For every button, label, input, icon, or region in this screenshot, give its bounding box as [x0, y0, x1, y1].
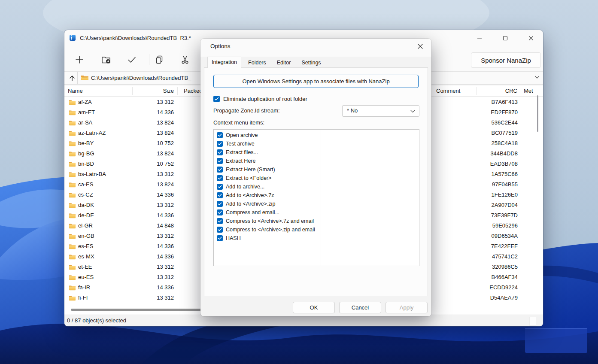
associate-files-button[interactable]: Open Windows Settings app to associate f…	[213, 75, 419, 88]
propagate-zone-dropdown[interactable]: * No	[342, 105, 419, 117]
checkbox-checked-icon[interactable]	[217, 209, 223, 215]
file-size: 13 312	[122, 99, 174, 105]
file-size: 10 752	[122, 161, 174, 167]
cancel-button[interactable]: Cancel	[339, 302, 381, 313]
checkbox-checked-icon[interactable]	[217, 167, 223, 173]
dialog-title-bar[interactable]	[200, 39, 431, 57]
column-separator[interactable]	[521, 87, 521, 95]
folder-icon	[69, 151, 76, 157]
minimize-button[interactable]	[472, 33, 487, 43]
tab-folders[interactable]: Folders	[244, 58, 270, 68]
cut-button[interactable]	[179, 54, 191, 65]
file-name[interactable]: ca-ES	[78, 181, 93, 188]
file-name[interactable]: es-ES	[78, 243, 93, 249]
checkbox-checked-icon[interactable]	[217, 175, 223, 181]
file-crc: B466AF34	[466, 274, 518, 280]
context-menu-item[interactable]: Compress to <Archive>.zip and email	[214, 225, 419, 234]
context-menu-item[interactable]: Extract Here	[214, 157, 419, 165]
file-name[interactable]: az-Latn-AZ	[78, 130, 106, 136]
file-name[interactable]: es-MX	[78, 253, 94, 260]
eliminate-duplication-checkbox[interactable]: Eliminate duplication of root folder	[213, 96, 307, 102]
address-path[interactable]: C:\Users\panki\Downloads\RoundedTB_	[91, 75, 191, 81]
checkbox-checked-icon[interactable]	[217, 132, 223, 138]
column-crc[interactable]: CRC	[466, 88, 517, 94]
context-menu-item[interactable]: HASH	[214, 234, 419, 243]
context-menu-item[interactable]: Extract to <Folder>	[214, 174, 419, 182]
checkbox-checked-icon[interactable]	[217, 227, 223, 233]
status-separator	[159, 315, 159, 326]
file-size: 13 824	[122, 150, 174, 157]
folder-icon	[69, 243, 76, 249]
column-comment[interactable]: Comment	[436, 88, 460, 94]
file-name[interactable]: am-ET	[78, 109, 95, 115]
context-item-label: Add to <Archive>.7z	[226, 192, 274, 198]
context-menu-item[interactable]: Add to <Archive>.zip	[214, 200, 419, 208]
sponsor-nanazip-button[interactable]: Sponsor NanaZip	[471, 52, 541, 68]
file-name[interactable]: el-GR	[78, 222, 93, 229]
file-name[interactable]: et-EE	[78, 264, 92, 270]
checkbox-checked-icon[interactable]	[217, 141, 223, 147]
tab-settings[interactable]: Settings	[297, 58, 325, 68]
dialog-close-icon[interactable]	[415, 41, 426, 52]
checkbox-checked-icon[interactable]	[213, 96, 220, 102]
file-size: 14 848	[122, 222, 174, 229]
column-packed[interactable]: Packed	[184, 88, 202, 94]
file-name[interactable]: af-ZA	[78, 99, 92, 105]
close-button[interactable]	[524, 33, 538, 43]
status-panel	[529, 317, 536, 326]
checkbox-checked-icon[interactable]	[217, 235, 223, 241]
up-arrow-button[interactable]	[67, 73, 77, 83]
file-name[interactable]: en-GB	[78, 233, 94, 239]
vertical-scrollbar-thumb[interactable]	[537, 95, 538, 132]
checkbox-checked-icon[interactable]	[217, 192, 223, 198]
column-size[interactable]: Size	[122, 88, 174, 94]
checkbox-checked-icon[interactable]	[217, 149, 223, 155]
file-name[interactable]: be-BY	[78, 140, 94, 146]
context-menu-item[interactable]: Add to <Archive>.7z	[214, 191, 419, 200]
checkbox-checked-icon[interactable]	[217, 158, 223, 164]
file-crc: 344B4DD8	[466, 150, 518, 157]
file-name[interactable]: ar-SA	[78, 119, 92, 126]
context-menu-item[interactable]: Extract Here (Smart)	[214, 165, 419, 174]
file-name[interactable]: da-DK	[78, 202, 94, 208]
file-name[interactable]: bg-BG	[78, 150, 94, 157]
file-crc: ECDD9224	[466, 284, 518, 291]
tab-integration[interactable]: Integration	[207, 57, 241, 68]
checkbox-checked-icon[interactable]	[217, 201, 223, 207]
file-name[interactable]: de-DE	[78, 212, 94, 218]
checkbox-checked-icon[interactable]	[217, 184, 223, 190]
file-name[interactable]: bn-BD	[78, 161, 94, 167]
context-item-label: Add to <Archive>.zip	[226, 201, 275, 207]
column-separator[interactable]	[177, 87, 178, 95]
context-menu-item[interactable]: Compress to <Archive>.7z and email	[214, 217, 419, 225]
column-name[interactable]: Name	[68, 88, 83, 94]
checkbox-checked-icon[interactable]	[217, 218, 223, 224]
address-dropdown-chevron[interactable]	[534, 76, 540, 79]
context-menu-item[interactable]: Test archive	[214, 140, 419, 148]
context-item-label: Compress to <Archive>.7z and email	[226, 218, 314, 224]
context-menu-item[interactable]: Add to archive...	[214, 182, 419, 191]
tab-editor[interactable]: Editor	[273, 58, 295, 68]
maximize-button[interactable]	[498, 33, 513, 43]
column-met[interactable]: Met	[524, 88, 533, 94]
folder-icon	[69, 109, 76, 115]
copy-button[interactable]	[154, 54, 165, 65]
add-button[interactable]	[74, 54, 85, 65]
context-menu-item[interactable]: Open archive	[214, 131, 419, 140]
file-name[interactable]: cs-CZ	[78, 191, 93, 198]
file-name[interactable]: eu-ES	[78, 274, 94, 280]
column-separator[interactable]	[433, 87, 433, 95]
folder-icon	[69, 192, 76, 198]
context-menu-item[interactable]: Compress and email...	[214, 208, 419, 217]
column-separator[interactable]	[132, 87, 133, 95]
column-separator[interactable]	[477, 87, 477, 95]
file-name[interactable]: bs-Latn-BA	[78, 171, 106, 177]
file-name[interactable]: fa-IR	[78, 284, 90, 291]
file-name[interactable]: fi-FI	[78, 294, 88, 301]
file-crc: 536C2E44	[466, 119, 518, 126]
test-button[interactable]	[126, 54, 137, 65]
context-item-label: Open archive	[226, 132, 258, 138]
extract-button[interactable]	[100, 54, 112, 65]
context-menu-item[interactable]: Extract files...	[214, 148, 419, 157]
ok-button[interactable]: OK	[293, 302, 335, 313]
